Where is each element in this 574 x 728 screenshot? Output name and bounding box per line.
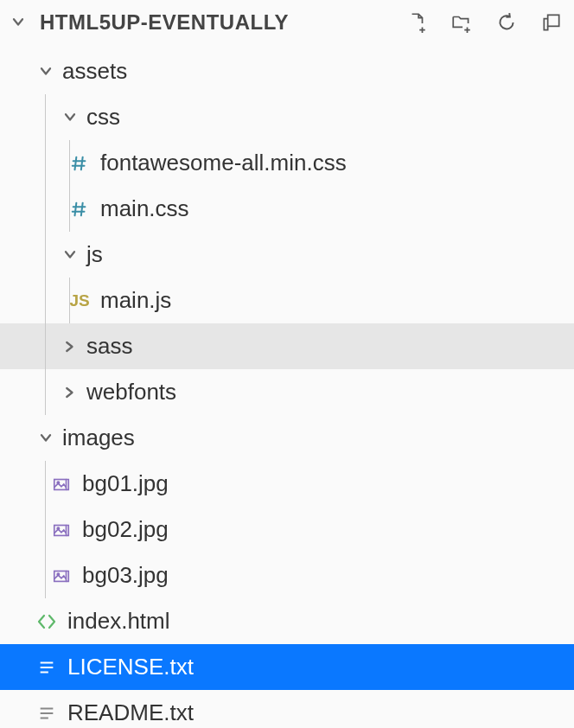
folder-webfonts[interactable]: webfonts	[0, 369, 574, 415]
file-label: main.js	[100, 287, 171, 314]
file-readme-txt[interactable]: README.txt	[0, 690, 574, 728]
chevron-down-icon	[59, 109, 81, 126]
project-title: HTML5UP-EVENTUALLY	[40, 10, 289, 35]
folder-images[interactable]: images	[0, 415, 574, 461]
collapse-root-icon[interactable]	[7, 14, 29, 31]
chevron-down-icon	[59, 246, 81, 264]
file-bg02[interactable]: bg02.jpg	[0, 507, 574, 552]
file-tree: assets css fontawesome-all.min.css main.…	[0, 45, 574, 728]
folder-sass[interactable]: sass	[0, 323, 574, 369]
chevron-right-icon	[59, 338, 81, 355]
file-index-html[interactable]: index.html	[0, 598, 574, 644]
chevron-right-icon	[59, 384, 81, 401]
file-label: LICENSE.txt	[67, 654, 194, 680]
folder-js[interactable]: js	[0, 232, 574, 278]
file-main-css[interactable]: main.css	[0, 186, 574, 232]
folder-assets[interactable]: assets	[0, 48, 574, 94]
file-fontawesome-css[interactable]: fontawesome-all.min.css	[0, 140, 574, 186]
text-file-icon	[35, 658, 59, 677]
image-file-icon	[49, 566, 73, 585]
file-label: index.html	[67, 608, 170, 635]
svg-point-4	[57, 527, 59, 528]
image-file-icon	[49, 475, 73, 494]
folder-css[interactable]: css	[0, 94, 574, 140]
folder-label: images	[62, 425, 135, 451]
image-file-icon	[49, 520, 73, 540]
svg-point-2	[57, 481, 59, 482]
new-file-button[interactable]	[405, 10, 429, 35]
new-folder-button[interactable]	[450, 10, 474, 35]
refresh-button[interactable]	[494, 10, 519, 35]
explorer-panel: HTML5UP-EVENTUALLY	[0, 0, 574, 728]
folder-label: webfonts	[86, 379, 176, 406]
file-bg01[interactable]: bg01.jpg	[0, 461, 574, 507]
file-label: bg03.jpg	[82, 562, 169, 589]
folder-label: assets	[62, 58, 127, 85]
file-main-js[interactable]: JS main.js	[0, 278, 574, 323]
file-bg03[interactable]: bg03.jpg	[0, 552, 574, 598]
file-label: bg02.jpg	[82, 516, 169, 543]
js-file-icon: JS	[67, 291, 92, 310]
svg-rect-0	[548, 15, 559, 26]
folder-label: css	[86, 104, 120, 131]
chevron-down-icon	[35, 430, 57, 447]
folder-label: sass	[86, 333, 132, 360]
css-file-icon	[67, 200, 92, 219]
explorer-header: HTML5UP-EVENTUALLY	[0, 0, 574, 45]
folder-label: js	[86, 241, 103, 268]
file-license-txt[interactable]: LICENSE.txt	[0, 644, 574, 690]
file-label: README.txt	[67, 699, 194, 726]
chevron-down-icon	[35, 63, 57, 80]
file-label: main.css	[100, 195, 189, 222]
file-label: bg01.jpg	[82, 470, 169, 497]
html-file-icon	[35, 611, 59, 632]
text-file-icon	[35, 704, 59, 723]
svg-point-6	[57, 572, 59, 574]
file-label: fontawesome-all.min.css	[100, 150, 347, 176]
css-file-icon	[67, 154, 92, 173]
collapse-all-button[interactable]	[539, 10, 564, 35]
